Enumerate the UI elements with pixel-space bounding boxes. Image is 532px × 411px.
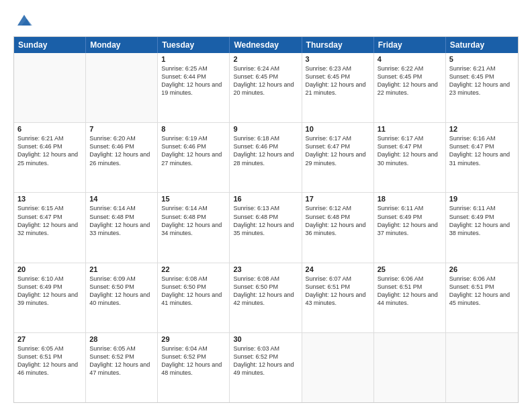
calendar-cell: 22Sunrise: 6:08 AM Sunset: 6:50 PM Dayli… [158,263,230,332]
day-number: 29 [161,335,226,343]
day-number: 10 [306,125,370,133]
calendar-cell [374,333,446,402]
cell-daylight-info: Sunrise: 6:10 AM Sunset: 6:49 PM Dayligh… [17,275,82,308]
calendar-cell: 13Sunrise: 6:15 AM Sunset: 6:47 PM Dayli… [14,193,86,262]
cell-daylight-info: Sunrise: 6:07 AM Sunset: 6:51 PM Dayligh… [306,275,370,308]
header [13,11,519,30]
cell-daylight-info: Sunrise: 6:22 AM Sunset: 6:45 PM Dayligh… [378,64,442,97]
header-day-sunday: Sunday [14,37,86,53]
calendar-cell: 11Sunrise: 6:17 AM Sunset: 6:47 PM Dayli… [374,123,446,192]
logo-icon [15,11,34,30]
cell-daylight-info: Sunrise: 6:05 AM Sunset: 6:52 PM Dayligh… [89,345,154,377]
cell-daylight-info: Sunrise: 6:14 AM Sunset: 6:48 PM Dayligh… [161,204,226,237]
header-day-saturday: Saturday [446,37,518,53]
cell-daylight-info: Sunrise: 6:04 AM Sunset: 6:52 PM Dayligh… [161,345,226,377]
cell-daylight-info: Sunrise: 6:25 AM Sunset: 6:44 PM Dayligh… [161,64,226,97]
cell-daylight-info: Sunrise: 6:24 AM Sunset: 6:45 PM Dayligh… [233,64,298,97]
day-number: 24 [306,265,370,273]
cell-daylight-info: Sunrise: 6:19 AM Sunset: 6:46 PM Dayligh… [161,134,226,167]
calendar-cell: 16Sunrise: 6:13 AM Sunset: 6:48 PM Dayli… [230,193,302,262]
cell-daylight-info: Sunrise: 6:06 AM Sunset: 6:51 PM Dayligh… [378,275,442,308]
calendar-cell: 10Sunrise: 6:17 AM Sunset: 6:47 PM Dayli… [302,123,374,192]
calendar-body: 1Sunrise: 6:25 AM Sunset: 6:44 PM Daylig… [14,53,518,402]
day-number: 27 [17,335,82,343]
cell-daylight-info: Sunrise: 6:18 AM Sunset: 6:46 PM Dayligh… [233,134,298,167]
header-day-tuesday: Tuesday [158,37,230,53]
day-number: 3 [306,55,370,63]
calendar-cell: 23Sunrise: 6:08 AM Sunset: 6:50 PM Dayli… [230,263,302,332]
day-number: 2 [233,55,298,63]
day-number: 15 [161,195,226,203]
calendar-cell: 6Sunrise: 6:21 AM Sunset: 6:46 PM Daylig… [14,123,86,192]
calendar-cell: 1Sunrise: 6:25 AM Sunset: 6:44 PM Daylig… [158,53,230,122]
day-number: 1 [161,55,226,63]
calendar-row-4: 27Sunrise: 6:05 AM Sunset: 6:51 PM Dayli… [14,333,518,402]
calendar-cell: 9Sunrise: 6:18 AM Sunset: 6:46 PM Daylig… [230,123,302,192]
cell-daylight-info: Sunrise: 6:15 AM Sunset: 6:47 PM Dayligh… [17,204,82,237]
calendar-cell: 8Sunrise: 6:19 AM Sunset: 6:46 PM Daylig… [158,123,230,192]
day-number: 6 [17,125,82,133]
calendar-cell: 14Sunrise: 6:14 AM Sunset: 6:48 PM Dayli… [86,193,158,262]
calendar-cell [302,333,374,402]
calendar-cell: 26Sunrise: 6:06 AM Sunset: 6:51 PM Dayli… [446,263,518,332]
day-number: 13 [17,195,82,203]
calendar-cell: 2Sunrise: 6:24 AM Sunset: 6:45 PM Daylig… [230,53,302,122]
page: SundayMondayTuesdayWednesdayThursdayFrid… [0,0,532,411]
day-number: 11 [378,125,442,133]
day-number: 8 [161,125,226,133]
cell-daylight-info: Sunrise: 6:06 AM Sunset: 6:51 PM Dayligh… [449,275,515,308]
logo [13,11,34,30]
calendar-cell: 18Sunrise: 6:11 AM Sunset: 6:49 PM Dayli… [374,193,446,262]
day-number: 14 [89,195,154,203]
calendar-cell: 4Sunrise: 6:22 AM Sunset: 6:45 PM Daylig… [374,53,446,122]
cell-daylight-info: Sunrise: 6:05 AM Sunset: 6:51 PM Dayligh… [17,345,82,377]
cell-daylight-info: Sunrise: 6:03 AM Sunset: 6:52 PM Dayligh… [233,345,298,377]
day-number: 7 [89,125,154,133]
calendar-cell: 21Sunrise: 6:09 AM Sunset: 6:50 PM Dayli… [86,263,158,332]
cell-daylight-info: Sunrise: 6:20 AM Sunset: 6:46 PM Dayligh… [89,134,154,167]
calendar-cell: 28Sunrise: 6:05 AM Sunset: 6:52 PM Dayli… [86,333,158,402]
day-number: 21 [89,265,154,273]
calendar-cell: 25Sunrise: 6:06 AM Sunset: 6:51 PM Dayli… [374,263,446,332]
day-number: 16 [233,195,298,203]
calendar-cell: 17Sunrise: 6:12 AM Sunset: 6:48 PM Dayli… [302,193,374,262]
cell-daylight-info: Sunrise: 6:21 AM Sunset: 6:45 PM Dayligh… [449,64,515,97]
cell-daylight-info: Sunrise: 6:23 AM Sunset: 6:45 PM Dayligh… [306,64,370,97]
day-number: 22 [161,265,226,273]
cell-daylight-info: Sunrise: 6:17 AM Sunset: 6:47 PM Dayligh… [378,134,442,167]
calendar: SundayMondayTuesdayWednesdayThursdayFrid… [13,36,519,403]
day-number: 5 [449,55,515,63]
calendar-cell [14,53,86,122]
calendar-cell: 24Sunrise: 6:07 AM Sunset: 6:51 PM Dayli… [302,263,374,332]
cell-daylight-info: Sunrise: 6:16 AM Sunset: 6:47 PM Dayligh… [449,134,515,167]
day-number: 25 [378,265,442,273]
day-number: 4 [378,55,442,63]
day-number: 23 [233,265,298,273]
header-day-thursday: Thursday [302,37,374,53]
cell-daylight-info: Sunrise: 6:11 AM Sunset: 6:49 PM Dayligh… [378,204,442,237]
calendar-row-3: 20Sunrise: 6:10 AM Sunset: 6:49 PM Dayli… [14,263,518,333]
day-number: 18 [378,195,442,203]
day-number: 26 [449,265,515,273]
calendar-cell: 7Sunrise: 6:20 AM Sunset: 6:46 PM Daylig… [86,123,158,192]
cell-daylight-info: Sunrise: 6:11 AM Sunset: 6:49 PM Dayligh… [449,204,515,237]
header-day-friday: Friday [374,37,446,53]
day-number: 19 [449,195,515,203]
day-number: 20 [17,265,82,273]
header-day-monday: Monday [86,37,158,53]
day-number: 17 [306,195,370,203]
calendar-row-0: 1Sunrise: 6:25 AM Sunset: 6:44 PM Daylig… [14,53,518,123]
day-number: 9 [233,125,298,133]
calendar-cell: 15Sunrise: 6:14 AM Sunset: 6:48 PM Dayli… [158,193,230,262]
calendar-cell [446,333,518,402]
day-number: 28 [89,335,154,343]
calendar-cell: 20Sunrise: 6:10 AM Sunset: 6:49 PM Dayli… [14,263,86,332]
cell-daylight-info: Sunrise: 6:21 AM Sunset: 6:46 PM Dayligh… [17,134,82,167]
day-number: 30 [233,335,298,343]
calendar-cell: 3Sunrise: 6:23 AM Sunset: 6:45 PM Daylig… [302,53,374,122]
cell-daylight-info: Sunrise: 6:08 AM Sunset: 6:50 PM Dayligh… [233,275,298,308]
day-number: 12 [449,125,515,133]
cell-daylight-info: Sunrise: 6:08 AM Sunset: 6:50 PM Dayligh… [161,275,226,308]
cell-daylight-info: Sunrise: 6:17 AM Sunset: 6:47 PM Dayligh… [306,134,370,167]
calendar-cell: 29Sunrise: 6:04 AM Sunset: 6:52 PM Dayli… [158,333,230,402]
